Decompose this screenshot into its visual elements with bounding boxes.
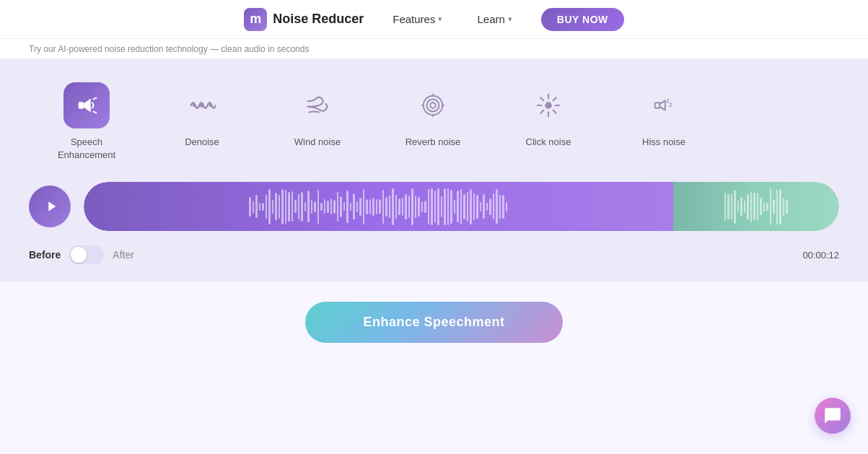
feature-icon-bg-speech [63, 82, 110, 128]
nav-learn[interactable]: Learn ▾ [471, 10, 517, 28]
nav-learn-label: Learn [477, 13, 504, 25]
svg-text:Z: Z [670, 102, 672, 108]
feature-icon-bg-hiss: Z Z [641, 82, 687, 128]
after-label: After [113, 249, 134, 261]
chevron-down-icon: ▾ [508, 14, 512, 24]
nav-features[interactable]: Features ▾ [387, 10, 448, 28]
svg-line-20 [553, 97, 556, 100]
feature-item-speech-enhancement[interactable]: SpeechEnhancement [29, 82, 144, 162]
feature-icon-bg-reverb [410, 82, 456, 128]
time-display: 00:00:12 [802, 250, 839, 261]
features-row: SpeechEnhancement Denoise [29, 82, 839, 162]
svg-line-2 [94, 112, 97, 113]
ticker-bar: Try our AI-powered noise reduction techn… [0, 39, 868, 59]
svg-point-4 [193, 104, 196, 107]
feature-item-click-noise[interactable]: Click noise [491, 82, 606, 149]
nav-logo[interactable]: m Noise Reducer [244, 8, 364, 31]
svg-line-21 [540, 110, 543, 113]
feature-item-hiss-noise[interactable]: Z Z Hiss noise [606, 82, 722, 149]
wind-icon [304, 92, 331, 119]
svg-point-5 [209, 104, 212, 107]
waveform-after [673, 182, 839, 231]
svg-point-7 [426, 99, 439, 111]
play-icon [43, 198, 59, 214]
enhance-button[interactable]: Enhance Speechment [305, 302, 562, 343]
logo-icon: m [244, 8, 267, 31]
buy-now-button[interactable]: BUY NOW [541, 8, 624, 31]
svg-point-13 [545, 102, 552, 109]
chat-widget[interactable] [815, 398, 851, 434]
svg-point-8 [430, 102, 436, 108]
wave-bars-after [673, 182, 839, 231]
svg-line-1 [94, 98, 97, 100]
navbar: m Noise Reducer Features ▾ Learn ▾ BUY N… [0, 0, 868, 39]
feature-item-denoise[interactable]: Denoise [144, 82, 260, 149]
chat-icon [823, 406, 842, 425]
speaker-icon [73, 92, 100, 119]
feature-label-denoise: Denoise [185, 136, 219, 149]
hiss-icon: Z Z [650, 92, 678, 119]
feature-label-wind: Wind noise [294, 136, 341, 149]
waveform-before [84, 182, 673, 231]
svg-line-19 [553, 110, 556, 113]
ticker-text: Try our AI-powered noise reduction techn… [29, 44, 309, 54]
svg-rect-22 [655, 102, 660, 108]
svg-rect-0 [79, 102, 84, 109]
feature-label-speech: SpeechEnhancement [58, 136, 115, 162]
demo-section: SpeechEnhancement Denoise [0, 59, 868, 281]
player-section [29, 182, 839, 231]
svg-point-3 [200, 103, 204, 108]
before-after-toggle[interactable] [69, 245, 104, 264]
feature-label-click: Click noise [526, 136, 571, 149]
feature-label-reverb: Reverb noise [405, 136, 461, 149]
wave-bars-before [84, 182, 673, 231]
click-icon [535, 92, 562, 119]
logo-text: Noise Reducer [273, 12, 364, 27]
reverb-icon [419, 92, 447, 119]
play-button[interactable] [29, 185, 71, 227]
waveform-container [84, 182, 839, 231]
enhance-section: Enhance Speechment [0, 281, 868, 343]
nav-features-label: Features [393, 13, 435, 25]
toggle-knob [71, 247, 87, 263]
denoise-icon [188, 92, 216, 119]
before-label: Before [29, 249, 61, 261]
chevron-down-icon: ▾ [438, 14, 442, 24]
feature-icon-bg-denoise [179, 82, 225, 128]
feature-icon-bg-wind [294, 82, 341, 128]
feature-icon-bg-click [525, 82, 571, 128]
feature-item-wind-noise[interactable]: Wind noise [260, 82, 375, 149]
feature-label-hiss: Hiss noise [642, 136, 685, 149]
feature-item-reverb-noise[interactable]: Reverb noise [375, 82, 491, 149]
before-after-row: Before After 00:00:12 [29, 245, 839, 264]
svg-line-18 [540, 97, 543, 100]
